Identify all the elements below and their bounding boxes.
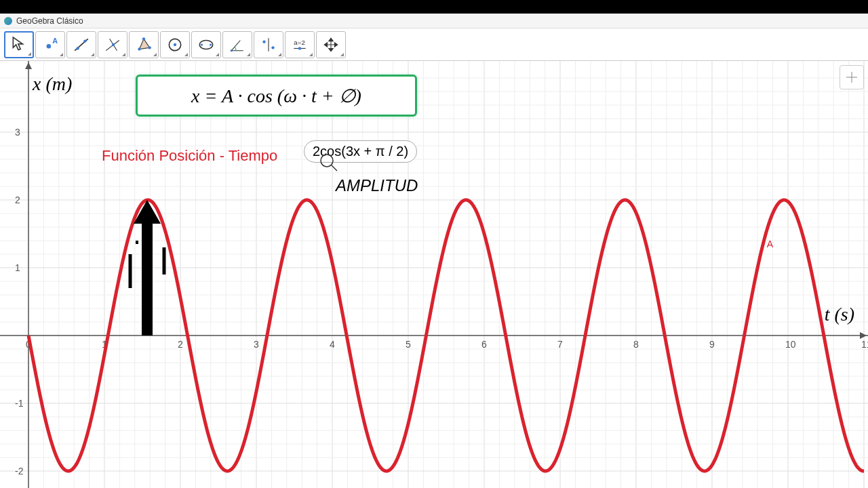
formula-text: x = A · cos (ω · t + ∅) [191, 85, 361, 107]
toolbar: A a=2 [0, 28, 868, 61]
svg-marker-116 [25, 62, 32, 69]
tool-perpendicular[interactable] [98, 31, 127, 58]
svg-text:6: 6 [481, 339, 487, 350]
svg-marker-8 [140, 39, 150, 49]
svg-text:3: 3 [254, 339, 259, 350]
svg-point-19 [262, 40, 265, 43]
svg-point-15 [201, 43, 203, 45]
view-options-button[interactable] [840, 65, 864, 89]
svg-text:2: 2 [178, 339, 183, 350]
svg-point-3 [76, 47, 79, 49]
tool-move-view[interactable] [316, 31, 346, 58]
tool-line[interactable] [66, 31, 96, 58]
svg-text:-1: -1 [15, 398, 24, 409]
svg-point-4 [83, 39, 86, 42]
svg-point-16 [210, 43, 212, 45]
svg-text:7: 7 [557, 339, 563, 350]
svg-line-136 [332, 165, 337, 171]
amplitude-arrow [127, 200, 167, 342]
svg-text:2: 2 [15, 195, 20, 205]
svg-point-20 [271, 46, 274, 49]
svg-text:A: A [52, 36, 58, 44]
app-icon [4, 17, 12, 25]
svg-point-7 [112, 43, 115, 45]
svg-point-10 [142, 37, 145, 40]
svg-text:-2: -2 [15, 466, 24, 476]
svg-text:3: 3 [15, 127, 20, 138]
svg-point-11 [149, 46, 151, 49]
svg-marker-139 [134, 200, 161, 336]
tool-point[interactable]: A [35, 31, 65, 58]
tool-circle[interactable] [160, 31, 190, 58]
tool-move[interactable] [4, 31, 34, 58]
svg-point-9 [138, 47, 140, 50]
svg-marker-117 [860, 332, 867, 339]
letterbox-top [0, 0, 868, 14]
title-bar: GeoGebra Clásico [0, 14, 868, 28]
svg-text:10: 10 [785, 339, 796, 350]
tool-ellipse[interactable] [191, 31, 221, 58]
function-label: Función Posición - Tiempo [102, 147, 277, 165]
x-axis-label: t (s) [825, 304, 854, 325]
app-title: GeoGebra Clásico [16, 16, 83, 26]
svg-text:a=2: a=2 [294, 39, 305, 46]
svg-text:11: 11 [861, 339, 868, 350]
svg-point-0 [47, 43, 52, 48]
svg-point-17 [231, 49, 233, 52]
tool-slider[interactable]: a=2 [285, 31, 315, 58]
svg-text:8: 8 [633, 339, 639, 350]
svg-text:4: 4 [330, 339, 335, 350]
formula-box: x = A · cos (ω · t + ∅) [136, 75, 417, 117]
tool-angle[interactable] [222, 31, 252, 58]
y-axis-label: x (m) [33, 73, 72, 95]
svg-text:9: 9 [709, 339, 715, 350]
grid-icon [845, 70, 859, 84]
graphics-view[interactable]: 01234567891011-2-1123 x (m) t (s) x = A … [0, 61, 868, 488]
magnifier-cursor-icon [319, 152, 340, 177]
tool-reflection[interactable] [254, 31, 283, 58]
amplitude-label: AMPLITUD [336, 176, 418, 195]
svg-text:5: 5 [406, 339, 411, 350]
svg-point-13 [174, 43, 176, 45]
tool-polygon[interactable] [129, 31, 159, 58]
point-label-a: A [767, 239, 773, 249]
svg-point-135 [321, 155, 333, 167]
svg-text:1: 1 [15, 262, 20, 273]
svg-point-23 [298, 47, 301, 49]
